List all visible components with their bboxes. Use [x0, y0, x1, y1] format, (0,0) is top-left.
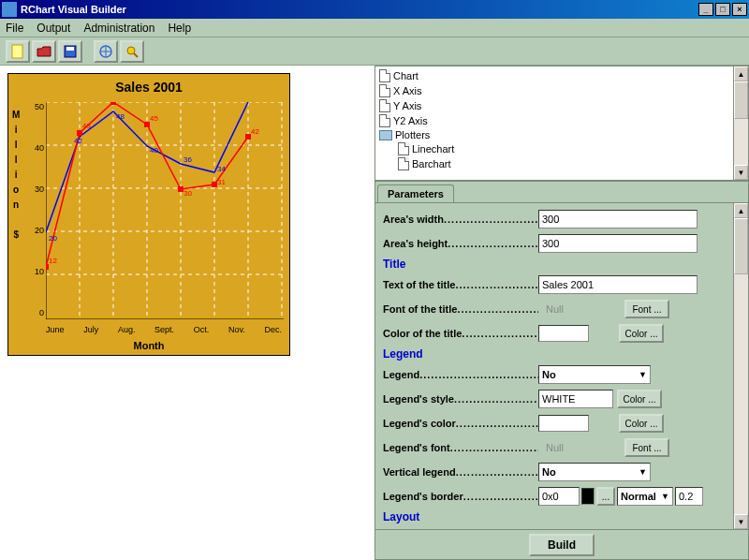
- open-file-button[interactable]: [32, 40, 56, 63]
- minimize-button[interactable]: _: [698, 3, 713, 16]
- scroll-down-icon[interactable]: ▼: [734, 514, 748, 529]
- document-icon: [398, 142, 409, 155]
- legend-border-label: Legend's border: [383, 491, 538, 502]
- menubar: File Output Administration Help: [0, 19, 749, 37]
- svg-text:20: 20: [49, 234, 57, 243]
- y-axis-label: Million $: [12, 108, 20, 243]
- legend-style-color-button[interactable]: Color ...: [617, 390, 662, 408]
- svg-text:48: 48: [116, 112, 125, 121]
- tree-item-y2axis[interactable]: Y2 Axis: [379, 113, 729, 128]
- folder-icon: [379, 130, 392, 140]
- svg-text:40: 40: [150, 146, 158, 155]
- document-icon: [379, 84, 390, 97]
- legend-color-swatch[interactable]: [538, 415, 589, 432]
- svg-text:34: 34: [217, 165, 226, 173]
- tree-scrollbar[interactable]: ▲ ▼: [733, 66, 748, 180]
- menu-administration[interactable]: Administration: [83, 22, 154, 35]
- svg-point-4: [127, 47, 135, 54]
- document-icon: [398, 157, 409, 170]
- x-axis-label: Month: [8, 340, 289, 351]
- legend-border-style-select[interactable]: Normal▼: [617, 487, 673, 506]
- params-scrollbar[interactable]: ▲ ▼: [733, 203, 748, 529]
- scroll-up-icon[interactable]: ▲: [734, 66, 748, 81]
- tree-item-yaxis[interactable]: Y Axis: [379, 98, 729, 113]
- chart-preview-pane: Sales 2001 Million $ 50 40 30 20 10 0: [0, 66, 374, 560]
- legend-label: Legend: [383, 369, 538, 380]
- build-button[interactable]: Build: [529, 534, 595, 556]
- svg-text:45: 45: [150, 114, 158, 123]
- legend-font-button[interactable]: Font ...: [624, 438, 669, 457]
- legend-section: Legend: [383, 347, 726, 361]
- area-height-input[interactable]: [538, 234, 698, 253]
- tree-item-chart[interactable]: Chart: [379, 68, 729, 83]
- x-ticks: JuneJulyAug.Sept.Oct.Nov.Dec.: [46, 325, 282, 334]
- scroll-down-icon[interactable]: ▼: [734, 165, 748, 180]
- document-icon: [379, 69, 390, 82]
- toolbar: [0, 37, 749, 66]
- title-color-label: Color of the title: [383, 328, 538, 339]
- title-color-button[interactable]: Color ...: [619, 324, 664, 343]
- svg-text:43: 43: [82, 122, 91, 130]
- maximize-button[interactable]: □: [715, 3, 730, 16]
- title-font-label: Font of the title: [383, 303, 538, 315]
- scroll-up-icon[interactable]: ▲: [734, 203, 748, 218]
- scroll-thumb[interactable]: [734, 81, 748, 119]
- legend-color-button[interactable]: Color ...: [619, 414, 664, 433]
- legend-border-value[interactable]: [538, 487, 580, 506]
- legend-style-label: Legend's style: [383, 393, 538, 405]
- area-width-label: Area's width: [383, 214, 538, 225]
- y-ticks: 50 40 30 20 10 0: [25, 102, 44, 317]
- document-icon: [379, 114, 390, 127]
- layout-section: Layout: [383, 510, 726, 523]
- legend-border-width[interactable]: [675, 487, 703, 506]
- save-button[interactable]: [58, 40, 82, 63]
- document-icon: [379, 99, 390, 112]
- legend-style-input[interactable]: [538, 390, 613, 408]
- legend-border-color-swatch[interactable]: [581, 488, 595, 505]
- legend-font-label: Legend's font: [383, 442, 538, 453]
- svg-line-5: [134, 53, 138, 57]
- svg-rect-2: [66, 47, 74, 51]
- tree-item-barchart[interactable]: Barchart: [379, 156, 729, 171]
- chart-plot-area: 12435045303142 20424840363450: [46, 102, 284, 319]
- area-height-label: Area's height: [383, 238, 538, 249]
- tab-parameters[interactable]: Parameters: [377, 184, 454, 202]
- close-button[interactable]: ×: [732, 3, 747, 16]
- tree-pane: Chart X Axis Y Axis Y2 Axis Plotters Lin…: [374, 66, 749, 181]
- browser-button[interactable]: [94, 40, 118, 63]
- svg-text:12: 12: [49, 257, 57, 265]
- svg-text:30: 30: [184, 189, 192, 198]
- new-file-button[interactable]: [6, 40, 30, 63]
- chart-preview: Sales 2001 Million $ 50 40 30 20 10 0: [7, 73, 290, 356]
- title-color-swatch[interactable]: [538, 325, 589, 342]
- svg-text:42: 42: [74, 137, 82, 145]
- title-section: Title: [383, 258, 726, 271]
- area-width-input[interactable]: [538, 210, 698, 228]
- scroll-thumb[interactable]: [734, 218, 748, 274]
- svg-text:42: 42: [251, 127, 259, 136]
- chart-title: Sales 2001: [8, 74, 289, 95]
- preview-button[interactable]: [120, 40, 144, 63]
- title-font-button[interactable]: Font ...: [624, 300, 669, 318]
- legend-select[interactable]: No▼: [538, 365, 651, 384]
- app-icon: [2, 2, 17, 17]
- svg-text:36: 36: [184, 155, 192, 164]
- svg-text:31: 31: [217, 178, 226, 186]
- vertical-legend-select[interactable]: No▼: [538, 463, 651, 481]
- tree-item-linechart[interactable]: Linechart: [379, 141, 729, 156]
- title-text-input[interactable]: [538, 275, 698, 294]
- menu-file[interactable]: File: [6, 22, 23, 35]
- window-title: RChart Visual Builder: [21, 4, 698, 15]
- menu-help[interactable]: Help: [168, 22, 191, 35]
- menu-output[interactable]: Output: [37, 22, 70, 35]
- vertical-legend-label: Vertical legend: [383, 466, 538, 478]
- svg-rect-21: [77, 130, 82, 136]
- title-text-label: Text of the title: [383, 279, 538, 290]
- tree-item-plotters[interactable]: Plotters: [379, 128, 729, 141]
- tree-item-xaxis[interactable]: X Axis: [379, 83, 729, 98]
- legend-border-color-button[interactable]: ...: [596, 487, 615, 506]
- svg-rect-0: [12, 45, 22, 58]
- legend-color-label: Legend's color: [383, 418, 538, 429]
- svg-rect-22: [110, 102, 116, 105]
